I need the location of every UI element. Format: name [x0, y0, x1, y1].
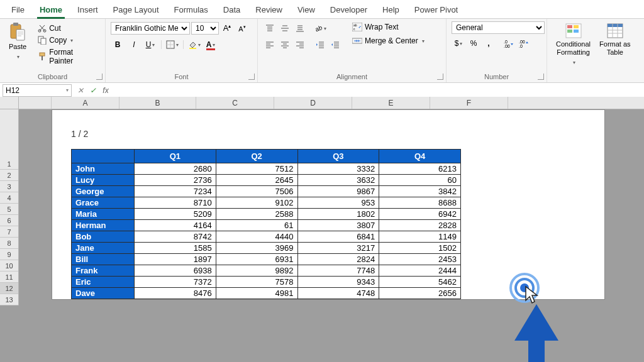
row-header-1[interactable]: 1: [0, 158, 18, 170]
tab-power-pivot[interactable]: Power Pivot: [407, 3, 465, 18]
table-row[interactable]: Jane1585396932171502: [72, 243, 461, 254]
row-name[interactable]: Dave: [72, 288, 135, 299]
font-dialog-launcher[interactable]: [248, 74, 255, 80]
paste-button[interactable]: Paste: [5, 21, 30, 62]
decrease-decimal-button[interactable]: .00.0: [517, 36, 531, 50]
cell[interactable]: 1149: [379, 231, 461, 243]
tab-home[interactable]: Home: [32, 3, 70, 18]
cell[interactable]: 2824: [297, 254, 379, 265]
conditional-formatting-button[interactable]: Conditional Formatting: [552, 21, 594, 68]
formula-cancel-button[interactable]: ✕: [74, 86, 87, 95]
fill-color-button[interactable]: [187, 38, 201, 52]
align-center-button[interactable]: [278, 38, 292, 52]
bold-button[interactable]: B: [111, 38, 125, 52]
underline-button[interactable]: U: [143, 38, 157, 52]
cell[interactable]: 953: [297, 197, 379, 209]
tab-file[interactable]: File: [4, 3, 32, 18]
row-header-3[interactable]: 3: [0, 181, 18, 192]
comma-format-button[interactable]: ,: [482, 36, 496, 50]
cell[interactable]: 9892: [216, 265, 297, 277]
row-header-11[interactable]: 11: [0, 272, 18, 283]
cell[interactable]: 1802: [297, 209, 379, 220]
font-family-select[interactable]: Franklin Gothic Me: [111, 22, 190, 35]
col-header-gap[interactable]: [19, 97, 52, 109]
clipboard-dialog-launcher[interactable]: [96, 74, 103, 80]
format-as-table-button[interactable]: Format as Table: [596, 21, 635, 58]
italic-button[interactable]: I: [127, 38, 141, 52]
cell[interactable]: 7372: [135, 277, 216, 288]
increase-indent-button[interactable]: [328, 38, 342, 52]
tab-insert[interactable]: Insert: [70, 3, 106, 18]
cell[interactable]: 2680: [135, 163, 216, 175]
cell[interactable]: 4748: [297, 288, 379, 299]
table-row[interactable]: Grace871091029538688: [72, 197, 461, 209]
align-bottom-button[interactable]: [293, 21, 307, 35]
row-name[interactable]: Herman: [72, 220, 135, 231]
row-name[interactable]: Jane: [72, 243, 135, 254]
cell[interactable]: 8688: [379, 197, 461, 209]
tab-developer[interactable]: Developer: [323, 3, 375, 18]
align-right-button[interactable]: [293, 38, 307, 52]
cell[interactable]: 7578: [216, 277, 297, 288]
cell[interactable]: 4440: [216, 231, 297, 243]
col-header-A[interactable]: A: [52, 97, 119, 109]
format-painter-button[interactable]: Format Painter: [35, 47, 100, 67]
cell[interactable]: 5209: [135, 209, 216, 220]
cell[interactable]: 1585: [135, 243, 216, 254]
table-row[interactable]: George7234750698673842: [72, 186, 461, 197]
cell[interactable]: 6841: [297, 231, 379, 243]
cell[interactable]: 3807: [297, 220, 379, 231]
row-name[interactable]: Frank: [72, 265, 135, 277]
row-header-4[interactable]: 4: [0, 192, 18, 204]
cell[interactable]: 2645: [216, 175, 297, 186]
number-format-select[interactable]: General: [452, 21, 545, 34]
header-q3[interactable]: Q3: [297, 150, 379, 163]
row-header-13[interactable]: 13: [0, 294, 18, 305]
cell[interactable]: 6938: [135, 265, 216, 277]
cell[interactable]: 5462: [379, 277, 461, 288]
number-dialog-launcher[interactable]: [538, 74, 544, 80]
cell[interactable]: 7748: [297, 265, 379, 277]
table-row[interactable]: Herman41646138072828: [72, 220, 461, 231]
cell[interactable]: 61: [216, 220, 297, 231]
align-middle-button[interactable]: [278, 21, 292, 35]
table-row[interactable]: Lucy27362645363260: [72, 175, 461, 186]
cell[interactable]: 6942: [379, 209, 461, 220]
cell[interactable]: 7234: [135, 186, 216, 197]
formula-input[interactable]: [112, 85, 644, 96]
cell[interactable]: 4164: [135, 220, 216, 231]
col-header-D[interactable]: D: [274, 97, 352, 109]
cell[interactable]: 9102: [216, 197, 297, 209]
increase-decimal-button[interactable]: .0.00: [502, 36, 516, 50]
formula-enter-button[interactable]: ✓: [87, 86, 99, 95]
row-header-12[interactable]: 12: [0, 283, 18, 294]
header-q2[interactable]: Q2: [216, 150, 297, 163]
align-top-button[interactable]: [263, 21, 277, 35]
row-name[interactable]: George: [72, 186, 135, 197]
cell[interactable]: 1897: [135, 254, 216, 265]
alignment-dialog-launcher[interactable]: [437, 74, 443, 80]
cell[interactable]: 3332: [297, 163, 379, 175]
conditional-formatting-dropdown[interactable]: [572, 58, 575, 66]
row-header-5[interactable]: 5: [0, 204, 18, 215]
row-name[interactable]: Maria: [72, 209, 135, 220]
cut-button[interactable]: Cut: [35, 23, 100, 34]
table-row[interactable]: Maria5209258818026942: [72, 209, 461, 220]
data-table[interactable]: Q1Q2Q3Q4John2680751233326213Lucy27362645…: [71, 149, 461, 299]
cell[interactable]: 6931: [216, 254, 297, 265]
table-row[interactable]: Eric7372757893435462: [72, 277, 461, 288]
percent-format-button[interactable]: %: [467, 36, 480, 50]
decrease-indent-button[interactable]: [313, 38, 327, 52]
cell[interactable]: 3632: [297, 175, 379, 186]
cell[interactable]: 2444: [379, 265, 461, 277]
header-q4[interactable]: Q4: [379, 150, 461, 163]
cell[interactable]: 8742: [135, 231, 216, 243]
col-header-C[interactable]: C: [196, 97, 274, 109]
borders-button[interactable]: [165, 38, 179, 52]
cell[interactable]: 4981: [216, 288, 297, 299]
tab-view[interactable]: View: [290, 3, 323, 18]
table-row[interactable]: Frank6938989277482444: [72, 265, 461, 277]
row-header-2[interactable]: 2: [0, 170, 18, 181]
font-color-button[interactable]: A: [204, 38, 218, 52]
select-all-corner[interactable]: [0, 97, 19, 109]
